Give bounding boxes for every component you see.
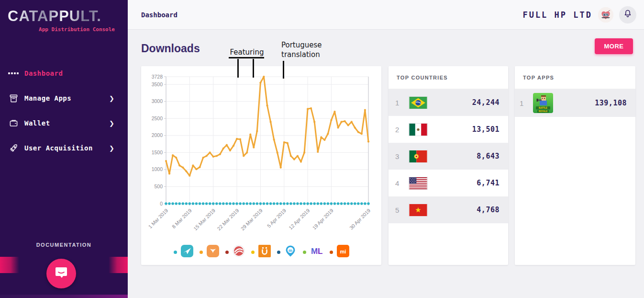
svg-text:M: M bbox=[311, 247, 318, 256]
table-row[interactable]: 1 24,244 bbox=[389, 89, 508, 116]
rank-label: 1 bbox=[520, 99, 531, 107]
svg-text:1500: 1500 bbox=[152, 149, 163, 155]
notifications-button[interactable] bbox=[619, 6, 636, 23]
legend-dot bbox=[303, 251, 306, 254]
battle-royale-app-icon: BATTLE ROYALE bbox=[533, 93, 553, 113]
chevron-right-icon: ❯ bbox=[109, 145, 114, 152]
annotation-line-3 bbox=[283, 61, 284, 79]
top-header: Dashboard FULL HP LTD bbox=[128, 0, 644, 30]
usa-flag bbox=[409, 177, 428, 190]
downloads-chart-card: 050010001500200025003000350037281 Mar 20… bbox=[141, 66, 381, 265]
annotation-line-1 bbox=[237, 59, 239, 78]
sidebar-item-wallet[interactable]: Wallet ❯ bbox=[0, 111, 128, 136]
page-title: Downloads bbox=[141, 42, 200, 55]
legend-dot bbox=[200, 251, 203, 254]
chevron-right-icon: ❯ bbox=[109, 95, 114, 102]
swirl-store-icon bbox=[233, 245, 245, 259]
more-button[interactable]: MORE bbox=[595, 38, 633, 54]
svg-text:22 Mar 2019: 22 Mar 2019 bbox=[216, 207, 240, 231]
sidebar-menu: Dashboard Manage Apps ❯ Wallet ❯ User bbox=[0, 61, 128, 160]
svg-text:12 Apr 2019: 12 Apr 2019 bbox=[288, 207, 311, 231]
legend-item-ml-store-icon[interactable]: ML bbox=[303, 245, 323, 259]
downloads-value: 139,108 bbox=[553, 99, 627, 107]
top-countries-card: TOP COUNTRIES 1 24,244 2 13,501 3 8,643 … bbox=[389, 66, 508, 265]
rocket-icon bbox=[9, 143, 18, 153]
legend-dot bbox=[225, 251, 229, 254]
svg-text:1000: 1000 bbox=[152, 166, 163, 172]
legend-item-mi-store-icon[interactable]: mi bbox=[330, 245, 349, 259]
sidebar-item-dashboard[interactable]: Dashboard bbox=[0, 61, 128, 86]
chart-legend: mMLmi bbox=[141, 245, 381, 259]
sidebar-item-label: User Acquisition bbox=[24, 144, 93, 152]
pink-accent-bar-right bbox=[109, 257, 128, 273]
bell-icon bbox=[623, 9, 633, 21]
bird-store-icon bbox=[207, 245, 219, 259]
m-pin-store-icon: m bbox=[284, 245, 297, 259]
table-row[interactable]: 5 4,768 bbox=[389, 196, 508, 223]
ml-store-icon: ML bbox=[310, 245, 323, 259]
legend-dot bbox=[277, 251, 280, 254]
top-apps-title: TOP APPS bbox=[515, 66, 635, 89]
legend-item-swirl-store-icon[interactable] bbox=[225, 245, 245, 259]
rank-label: 1 bbox=[395, 99, 407, 107]
rank-label: 5 bbox=[395, 206, 407, 214]
sidebar: CATAPPULT. App Distribution Console Dash… bbox=[0, 0, 128, 298]
downloads-value: 24,244 bbox=[428, 98, 500, 107]
svg-text:19 Apr 2019: 19 Apr 2019 bbox=[311, 207, 334, 231]
legend-dot bbox=[174, 251, 177, 254]
legend-item-bird-store-icon[interactable] bbox=[200, 245, 219, 259]
paper-plane-store-icon bbox=[181, 245, 193, 259]
annotation-featuring: Featuring bbox=[230, 48, 264, 57]
avatar[interactable] bbox=[598, 7, 613, 23]
svg-text:1 Mar 2019: 1 Mar 2019 bbox=[147, 207, 169, 229]
annotation-line-2 bbox=[253, 59, 254, 78]
pink-accent-bar-left bbox=[0, 257, 19, 273]
downloads-value: 8,643 bbox=[428, 152, 500, 160]
sidebar-item-label: Manage Apps bbox=[24, 94, 71, 102]
downloads-value: 13,501 bbox=[428, 125, 500, 134]
sidebar-item-user-acquisition[interactable]: User Acquisition ❯ bbox=[0, 136, 128, 160]
breadcrumb: Dashboard bbox=[141, 11, 178, 19]
svg-text:500: 500 bbox=[154, 183, 163, 189]
sidebar-item-label: Dashboard bbox=[24, 69, 63, 77]
app-tagline: App Distribution Console bbox=[0, 26, 115, 33]
svg-text:2000: 2000 bbox=[152, 132, 163, 138]
chat-bubble-icon bbox=[54, 265, 68, 282]
manage-apps-icon bbox=[9, 93, 18, 103]
annotation-featuring-underline bbox=[229, 57, 264, 58]
svg-text:5 Apr 2019: 5 Apr 2019 bbox=[266, 207, 288, 229]
svg-text:3728: 3728 bbox=[152, 74, 163, 80]
rank-label: 2 bbox=[395, 126, 407, 134]
app-logo: CATAPPULT. bbox=[8, 8, 122, 25]
legend-item-u-umlaut-store-icon[interactable] bbox=[251, 245, 271, 259]
annotation-portuguese-translation: Portuguese translation bbox=[281, 40, 329, 60]
svg-text:2500: 2500 bbox=[152, 115, 163, 121]
table-row[interactable]: 4 6,741 bbox=[389, 170, 508, 196]
chevron-right-icon: ❯ bbox=[109, 120, 114, 127]
svg-text:ROYALE: ROYALE bbox=[539, 110, 548, 113]
legend-dot bbox=[330, 251, 333, 254]
rank-label: 3 bbox=[395, 152, 407, 160]
portugal-flag bbox=[409, 150, 428, 163]
svg-text:BATTLE: BATTLE bbox=[539, 107, 547, 109]
svg-text:0: 0 bbox=[160, 201, 163, 206]
wallet-icon bbox=[9, 118, 18, 128]
mexico-flag bbox=[409, 123, 428, 136]
top-apps-card: TOP APPS 1 BATTLE ROYALE 139,108 bbox=[515, 66, 635, 265]
vietnam-flag bbox=[409, 204, 428, 217]
svg-text:m: m bbox=[288, 248, 292, 253]
mi-store-icon: mi bbox=[337, 245, 349, 259]
documentation-label[interactable]: DOCUMENTATION bbox=[0, 242, 128, 248]
brazil-flag bbox=[409, 96, 428, 109]
legend-item-paper-plane-store-icon[interactable] bbox=[174, 245, 193, 259]
account-name[interactable]: FULL HP LTD bbox=[522, 10, 592, 20]
svg-text:3000: 3000 bbox=[152, 98, 163, 104]
svg-text:3500: 3500 bbox=[152, 81, 163, 87]
sidebar-item-manage-apps[interactable]: Manage Apps ❯ bbox=[0, 86, 128, 111]
support-chat-button[interactable] bbox=[46, 259, 76, 288]
table-row[interactable]: 1 BATTLE ROYALE 139,108 bbox=[515, 89, 635, 117]
table-row[interactable]: 3 8,643 bbox=[389, 143, 508, 170]
u-umlaut-store-icon bbox=[258, 245, 271, 259]
table-row[interactable]: 2 13,501 bbox=[389, 116, 508, 143]
legend-item-m-pin-store-icon[interactable]: m bbox=[277, 245, 297, 259]
